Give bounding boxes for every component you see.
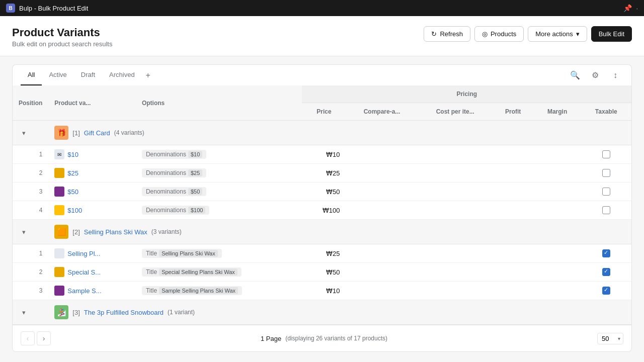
- taxable-checkbox[interactable]: [602, 169, 610, 177]
- variant-name-link[interactable]: Special S...: [67, 268, 101, 276]
- table-row: 2 Special S... Title Special Selling Pla…: [13, 263, 631, 282]
- refresh-icon: ↻: [431, 30, 437, 38]
- tab-archived[interactable]: Archived: [102, 65, 142, 85]
- taxable-cell[interactable]: [581, 263, 632, 282]
- th-position: Position: [13, 85, 48, 121]
- cost-per-item-cell[interactable]: [418, 145, 493, 164]
- cost-per-item-cell[interactable]: [418, 164, 493, 183]
- group-collapse[interactable]: ▾: [13, 300, 48, 325]
- margin-cell[interactable]: [534, 164, 581, 183]
- variants-table: Position Product va... Options Pricing P…: [13, 85, 631, 325]
- compare-at-cell[interactable]: [346, 201, 418, 220]
- margin-cell[interactable]: [534, 183, 581, 201]
- taxable-cell[interactable]: [581, 164, 632, 183]
- filter-button[interactable]: ⚙: [587, 67, 603, 83]
- option-cell: Denominations $50: [136, 183, 302, 201]
- product-name-link[interactable]: Selling Plans Ski Wax: [84, 228, 147, 236]
- taxable-checkbox[interactable]: [602, 249, 610, 257]
- tab-draft[interactable]: Draft: [74, 65, 102, 85]
- profit-cell[interactable]: [493, 244, 534, 263]
- variant-name-link[interactable]: Sample S...: [67, 287, 101, 295]
- profit-cell[interactable]: [493, 164, 534, 183]
- tab-active[interactable]: Active: [42, 65, 73, 85]
- profit-cell[interactable]: [493, 145, 534, 164]
- compare-at-cell[interactable]: [346, 164, 418, 183]
- margin-cell[interactable]: [534, 145, 581, 164]
- tab-add-button[interactable]: +: [142, 66, 154, 85]
- product-name-link[interactable]: Gift Card: [84, 129, 110, 137]
- group-collapse[interactable]: ▾: [13, 220, 48, 244]
- compare-at-cell[interactable]: [346, 282, 418, 300]
- bulk-edit-button[interactable]: Bulk Edit: [591, 26, 632, 42]
- variant-count: (1 variant): [168, 309, 195, 316]
- margin-cell[interactable]: [534, 201, 581, 220]
- cost-per-item-cell[interactable]: [418, 201, 493, 220]
- cost-per-item-cell[interactable]: [418, 244, 493, 263]
- group-header-row: ▾ 🟧 [2] Selling Plans Ski Wax (3 variant…: [13, 220, 631, 244]
- cost-per-item-cell[interactable]: [418, 183, 493, 201]
- menu-dot[interactable]: ·: [636, 5, 638, 12]
- th-compare-at: Compare-a...: [346, 103, 418, 121]
- variant-name-link[interactable]: $25: [67, 169, 78, 177]
- option-value: $10: [188, 151, 202, 158]
- variant-name-link[interactable]: $50: [67, 188, 78, 196]
- variant-icon: [54, 187, 64, 197]
- collapse-button[interactable]: ▾: [19, 227, 29, 237]
- sort-button[interactable]: ↕: [607, 67, 623, 83]
- refresh-button[interactable]: ↻ Refresh: [424, 26, 470, 42]
- margin-cell[interactable]: [534, 282, 581, 300]
- option-tag: Denominations $10: [142, 150, 206, 159]
- profit-cell[interactable]: [493, 201, 534, 220]
- variant-cell: $50: [48, 183, 136, 201]
- prev-page-button[interactable]: ‹: [21, 331, 35, 345]
- product-name-link[interactable]: The 3p Fulfilled Snowboard: [84, 309, 164, 316]
- margin-cell[interactable]: [534, 244, 581, 263]
- cost-per-item-cell[interactable]: [418, 263, 493, 282]
- taxable-checkbox[interactable]: [602, 188, 610, 196]
- price-cell[interactable]: ₩50: [302, 183, 346, 201]
- compare-at-cell[interactable]: [346, 145, 418, 164]
- price-cell[interactable]: ₩50: [302, 263, 346, 282]
- compare-at-cell[interactable]: [346, 263, 418, 282]
- taxable-cell[interactable]: [581, 244, 632, 263]
- group-collapse[interactable]: ▾: [13, 121, 48, 145]
- taxable-checkbox[interactable]: [602, 206, 610, 214]
- more-actions-button[interactable]: More actions ▾: [528, 26, 587, 42]
- taxable-cell[interactable]: [581, 201, 632, 220]
- compare-at-cell[interactable]: [346, 244, 418, 263]
- collapse-button[interactable]: ▾: [19, 307, 29, 317]
- option-key: Denominations: [146, 169, 186, 176]
- option-cell: Title Selling Plans Ski Wax: [136, 244, 302, 263]
- products-button[interactable]: ◎ Products: [474, 26, 524, 42]
- taxable-checkbox[interactable]: [602, 268, 610, 276]
- taxable-cell[interactable]: [581, 282, 632, 300]
- app-icon: B: [6, 4, 15, 13]
- collapse-button[interactable]: ▾: [19, 128, 29, 138]
- th-profit: Profit: [493, 103, 534, 121]
- search-button[interactable]: 🔍: [567, 67, 583, 83]
- profit-cell[interactable]: [493, 282, 534, 300]
- taxable-checkbox[interactable]: [602, 150, 610, 158]
- price-cell[interactable]: ₩10: [302, 282, 346, 300]
- taxable-cell[interactable]: [581, 183, 632, 201]
- price-cell[interactable]: ₩25: [302, 244, 346, 263]
- cost-per-item-cell[interactable]: [418, 282, 493, 300]
- variant-name-link[interactable]: $100: [67, 207, 82, 214]
- price-cell[interactable]: ₩25: [302, 164, 346, 183]
- next-page-button[interactable]: ›: [37, 331, 51, 345]
- price-cell[interactable]: ₩10: [302, 145, 346, 164]
- variant-name-link[interactable]: Selling Pl...: [67, 250, 100, 257]
- taxable-checkbox[interactable]: [602, 287, 610, 295]
- margin-cell[interactable]: [534, 263, 581, 282]
- per-page-select[interactable]: 50 25 100: [597, 333, 623, 344]
- taxable-cell[interactable]: [581, 145, 632, 164]
- option-key: Title: [146, 287, 157, 294]
- compare-at-cell[interactable]: [346, 183, 418, 201]
- pin-icon[interactable]: 📌: [623, 4, 632, 12]
- price-cell[interactable]: ₩100: [302, 201, 346, 220]
- variant-name-link[interactable]: $10: [67, 151, 78, 158]
- profit-cell[interactable]: [493, 263, 534, 282]
- option-tag: Title Special Selling Plans Ski Wax: [142, 267, 242, 277]
- profit-cell[interactable]: [493, 183, 534, 201]
- tab-all[interactable]: All: [21, 65, 42, 85]
